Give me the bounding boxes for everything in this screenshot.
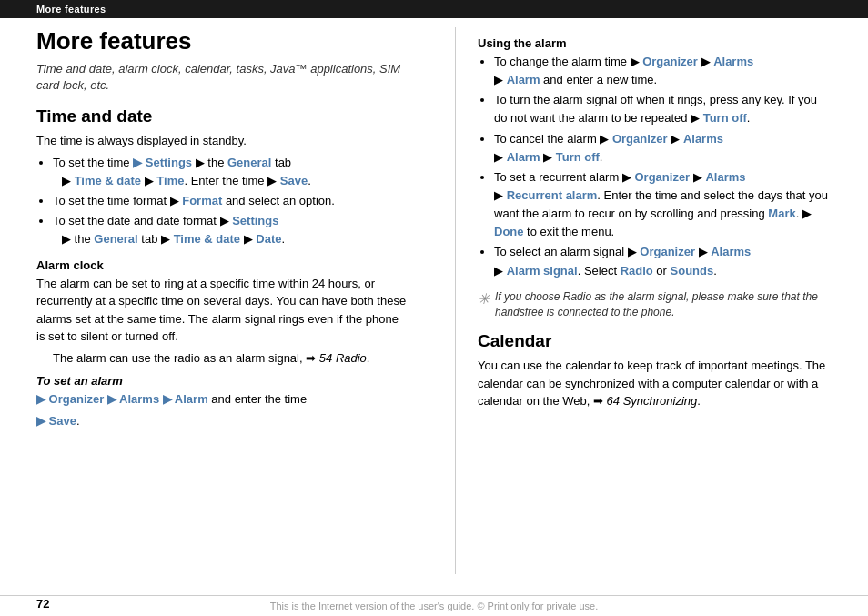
link: ▶ Settings <box>133 156 192 169</box>
list-item: To cancel the alarm ▶ Organizer ▶ Alarms… <box>494 130 832 167</box>
page-title: More features <box>36 27 409 56</box>
link: Time & date <box>174 232 240 246</box>
link: Alarms <box>713 55 753 68</box>
link: Time & date <box>75 174 141 187</box>
list-item: To set a recurrent alarm ▶ Organizer ▶ A… <box>494 168 832 242</box>
right-column: Using the alarm To change the alarm time… <box>455 27 832 574</box>
content-area: More features Time and date, alarm clock… <box>0 18 868 583</box>
link: Radio <box>621 264 653 278</box>
list-item: To select an alarm signal ▶ Organizer ▶ … <box>494 243 832 279</box>
link: Turn off <box>556 150 600 164</box>
link: Organizer <box>642 55 698 68</box>
link: Turn off <box>703 111 747 125</box>
link: Date <box>256 232 281 246</box>
calendar-title: Calendar <box>478 331 832 351</box>
subtitle: Time and date, alarm clock, calendar, ta… <box>36 61 409 94</box>
note-icon: ✳ <box>478 288 490 309</box>
left-column: More features Time and date, alarm clock… <box>36 27 428 574</box>
link: Alarm <box>507 150 540 164</box>
note-box: ✳ If you choose Radio as the alarm signa… <box>478 289 832 321</box>
link: Save <box>280 174 308 187</box>
link: Done <box>494 225 524 238</box>
note-text: If you choose Radio as the alarm signal,… <box>495 289 832 321</box>
list-item: To set the date and date format ▶ Settin… <box>53 212 409 248</box>
alarm-clock-body: The alarm can be set to ring at a specif… <box>36 275 409 346</box>
link: Recurrent alarm <box>507 188 598 202</box>
page: More features More features Time and dat… <box>0 0 868 616</box>
page-number: 72 <box>36 597 49 611</box>
link: General <box>94 232 137 246</box>
link: Alarm signal <box>507 264 578 278</box>
link: Alarms <box>711 245 751 258</box>
list-item: To set the time ▶ Settings ▶ the General… <box>53 154 409 190</box>
time-and-date-title: Time and date <box>36 106 409 126</box>
set-alarm-line2: ▶ Save. <box>36 412 409 430</box>
link: Alarms <box>705 170 745 184</box>
set-alarm-line1: ▶ Organizer ▶ Alarms ▶ Alarm and enter t… <box>36 390 409 409</box>
alarm-radio-note: The alarm can use the radio as an alarm … <box>36 349 409 368</box>
link: ▶ Save <box>36 414 76 428</box>
link: Settings <box>232 214 278 227</box>
time-and-date-intro: The time is always displayed in standby. <box>36 132 409 150</box>
link: Sounds <box>671 264 714 278</box>
list-item: To set the time format ▶ Format and sele… <box>53 192 409 210</box>
top-bar: More features <box>0 0 868 18</box>
link: ▶ Organizer ▶ Alarms ▶ Alarm <box>36 392 208 406</box>
footer: This is the Internet version of the user… <box>0 595 868 616</box>
link: Time <box>156 174 184 187</box>
using-alarm-list: To change the alarm time ▶ Organizer ▶ A… <box>494 53 832 280</box>
footer-notice: This is the Internet version of the user… <box>270 601 599 611</box>
link: Organizer <box>635 170 691 184</box>
calendar-body: You can use the calendar to keep track o… <box>478 357 832 410</box>
set-alarm-title: To set an alarm <box>36 374 409 388</box>
link: Alarms <box>683 132 723 146</box>
time-and-date-list: To set the time ▶ Settings ▶ the General… <box>53 154 409 249</box>
list-item: To change the alarm time ▶ Organizer ▶ A… <box>494 53 832 89</box>
link: General <box>227 156 271 169</box>
link: Alarm <box>507 73 540 86</box>
link: Organizer <box>640 245 695 258</box>
link: Organizer <box>612 132 668 146</box>
link: Format <box>182 194 222 207</box>
top-bar-label: More features <box>36 4 106 15</box>
alarm-clock-title: Alarm clock <box>36 258 409 272</box>
link: Mark <box>768 207 795 220</box>
list-item: To turn the alarm signal off when it rin… <box>494 91 832 127</box>
using-alarm-title: Using the alarm <box>478 36 832 50</box>
